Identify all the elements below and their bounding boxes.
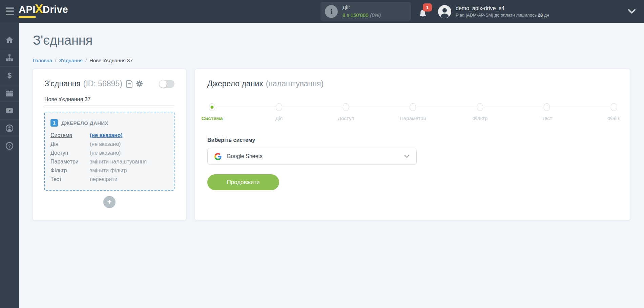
step-circle xyxy=(410,103,416,111)
logo-part-x: X xyxy=(35,2,43,16)
system-select[interactable]: Google Sheets xyxy=(207,148,417,165)
connection-name-field[interactable]: Нове з'єднання 37 xyxy=(44,96,174,106)
usage-percent: (0%) xyxy=(370,12,381,18)
sidebar-item-connections[interactable] xyxy=(0,49,19,66)
step-circle xyxy=(610,103,617,111)
stepper-step: Доступ xyxy=(338,103,354,121)
home-icon xyxy=(5,36,14,44)
step-label: Фініш xyxy=(607,115,620,121)
logo-part-drive: Drive xyxy=(43,4,68,15)
source-block-title: ДЖЕРЕЛО ДАНИХ xyxy=(61,120,108,126)
stepper-step: Параметри xyxy=(400,103,426,121)
source-row: Система(не вказано) xyxy=(50,131,168,140)
notifications-button[interactable]: 1 xyxy=(418,7,433,20)
plan-days-left: 28 xyxy=(538,13,543,18)
document-icon[interactable] xyxy=(126,80,133,88)
toggle-knob xyxy=(159,80,167,88)
source-row-value: перевірити xyxy=(90,175,118,184)
connection-card: З'єднання (ID: 56895) Нове з'єднання 37 … xyxy=(33,69,186,220)
source-row: Доступ(не вказано) xyxy=(50,149,168,157)
step-circle xyxy=(343,103,349,111)
apixdrive-logo[interactable]: APIXDrive xyxy=(19,4,68,18)
select-chevron-icon xyxy=(404,155,410,158)
gear-icon[interactable] xyxy=(136,80,143,88)
breadcrumb-item[interactable]: Головна xyxy=(33,58,52,63)
info-icon: i xyxy=(325,5,338,18)
stepper: СистемаДіяДоступПараметриФільтрТестФініш xyxy=(212,103,614,130)
briefcase-icon xyxy=(5,89,14,97)
source-rows: Система(не вказано)Дія(не вказано)Доступ… xyxy=(50,131,168,184)
data-source-settings-card: Джерело даних (налаштування) СистемаДіяД… xyxy=(195,69,630,220)
sidebar-item-account[interactable] xyxy=(0,119,19,137)
plan-days-unit: дн xyxy=(543,13,549,18)
settings-card-title: Джерело даних xyxy=(207,79,263,88)
svg-text:?: ? xyxy=(8,143,11,148)
connection-toggle[interactable] xyxy=(159,80,174,88)
usage-value: 8 з 150'000 xyxy=(342,12,368,18)
stepper-step: Тест xyxy=(542,103,552,121)
user-menu[interactable]: demo_apix-drive_s4 Plan |ADM-AP-SM| до о… xyxy=(438,5,549,19)
question-icon: ? xyxy=(5,142,14,150)
select-system-label: Виберіть систему xyxy=(207,137,618,143)
source-row-label: Фільтр xyxy=(50,166,90,175)
step-label: Доступ xyxy=(338,115,354,121)
add-action-button[interactable]: + xyxy=(103,196,116,208)
source-row-value: змінити налаштування xyxy=(90,157,147,166)
connection-card-title: З'єднання xyxy=(44,79,81,88)
sidebar-item-video[interactable] xyxy=(0,102,19,119)
sidebar-nav: $? xyxy=(0,23,19,154)
step-label: Система xyxy=(201,115,223,121)
source-row: Дія(не вказано) xyxy=(50,140,168,149)
plan-text: Plan |ADM-AP-SM| до оплати лишилось xyxy=(456,13,538,18)
svg-text:$: $ xyxy=(7,71,12,80)
step-label: Фільтр xyxy=(472,115,487,121)
sitemap-icon xyxy=(5,54,14,62)
chevron-down-icon[interactable] xyxy=(628,9,636,14)
selected-system-value: Google Sheets xyxy=(227,153,263,159)
source-step-badge: 1 xyxy=(50,119,58,127)
stepper-step: Фініш xyxy=(607,103,620,121)
source-row-label: Система xyxy=(50,131,90,140)
dollar-icon: $ xyxy=(5,71,14,80)
source-row-label: Дія xyxy=(50,140,90,149)
source-row-label: Параметри xyxy=(50,157,90,166)
step-label: Тест xyxy=(542,115,552,121)
stepper-step: Система xyxy=(201,103,223,121)
logo-part-api: API xyxy=(19,4,36,18)
source-row-value[interactable]: (не вказано) xyxy=(90,131,123,140)
google-icon xyxy=(214,153,222,160)
source-row-value: (не вказано) xyxy=(90,149,121,157)
breadcrumb-separator: / xyxy=(85,58,87,63)
usage-label: Дії: xyxy=(342,4,381,11)
source-row: Фільтрзмінити фільтр xyxy=(50,166,168,175)
data-source-block[interactable]: 1 ДЖЕРЕЛО ДАНИХ Система(не вказано)Дія(н… xyxy=(44,112,174,191)
sidebar-item-home[interactable] xyxy=(0,31,19,49)
sidebar-item-help[interactable]: ? xyxy=(0,137,19,154)
hamburger-menu-icon[interactable] xyxy=(6,7,14,15)
source-row-value: (не вказано) xyxy=(90,140,121,149)
stepper-step: Дія xyxy=(275,103,283,121)
step-circle xyxy=(477,103,483,111)
step-circle xyxy=(544,103,550,111)
source-row-label: Доступ xyxy=(50,149,90,157)
usage-counter[interactable]: i Дії: 8 з 150'000(0%) xyxy=(320,2,411,21)
breadcrumb-item[interactable]: З'єднання xyxy=(59,58,83,63)
sidebar: $? xyxy=(0,23,19,308)
top-header: APIXDrive i Дії: 8 з 150'000(0%) 1 demo_… xyxy=(0,0,644,23)
sidebar-item-billing[interactable]: $ xyxy=(0,66,19,84)
plan-info: Plan |ADM-AP-SM| до оплати лишилось 28 д… xyxy=(456,12,549,18)
youtube-icon xyxy=(5,107,14,115)
settings-card-subtitle: (налаштування) xyxy=(266,79,324,88)
breadcrumb: Головна/З'єднання/Нове з'єднання 37 xyxy=(33,58,133,63)
sidebar-item-services[interactable] xyxy=(0,84,19,102)
breadcrumb-separator: / xyxy=(55,58,56,63)
step-label: Параметри xyxy=(400,115,426,121)
stepper-step: Фільтр xyxy=(472,103,487,121)
breadcrumb-item: Нове з'єднання 37 xyxy=(89,58,133,63)
avatar xyxy=(438,5,451,18)
source-row-label: Тест xyxy=(50,175,90,184)
continue-button[interactable]: Продовжити xyxy=(207,174,279,190)
connection-id: (ID: 56895) xyxy=(83,79,122,88)
page-title: З'єднання xyxy=(33,33,92,48)
source-row: Тестперевірити xyxy=(50,175,168,184)
